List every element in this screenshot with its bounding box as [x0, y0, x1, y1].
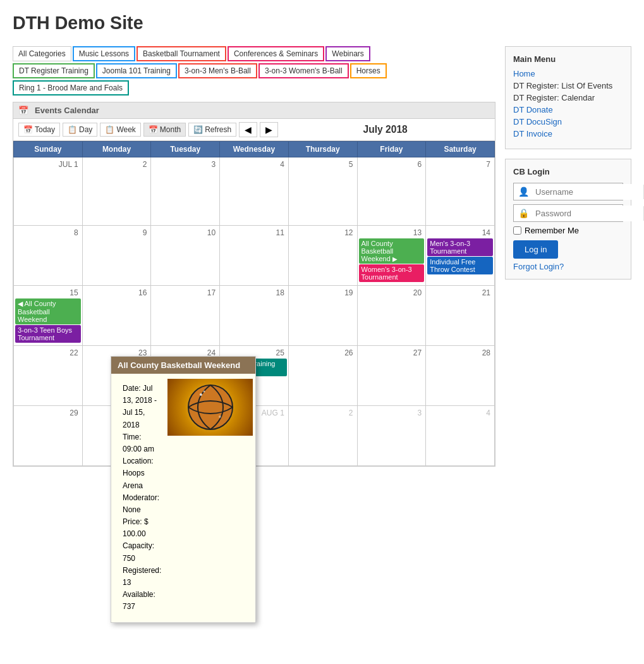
- date-num-jul14: 14: [427, 227, 493, 238]
- cat-all-categories[interactable]: All Categories: [13, 46, 71, 61]
- date-num-jul7: 7: [427, 159, 493, 170]
- day-jul1: JUL 1: [14, 157, 83, 226]
- week-icon: 📋: [105, 125, 114, 134]
- tooltip-capacity: Capacity: 750: [123, 540, 161, 564]
- remember-me-checkbox[interactable]: [513, 226, 521, 235]
- calendar-toolbar: 📅 Today 📋 Day 📋 Week 📅 Month: [13, 119, 495, 141]
- prev-month-button[interactable]: ◀: [239, 122, 257, 137]
- category-row-1: All Categories Music Lessons Basketball …: [13, 46, 495, 61]
- header-sunday: Sunday: [14, 142, 83, 157]
- event-womens-3on3[interactable]: Women's 3-on-3 Tournament: [359, 264, 425, 282]
- event-tooltip: All County Basketball Weekend Date: Jul …: [111, 356, 256, 623]
- day-jul4: 4: [220, 157, 289, 226]
- tooltip-date: Date: Jul 13, 2018 - Jul 15, 2018: [123, 383, 161, 431]
- header-monday: Monday: [82, 142, 151, 157]
- tooltip-title: All County Basketball Weekend: [111, 357, 255, 374]
- cat-basketball-tournament[interactable]: Basketball Tournament: [137, 46, 226, 61]
- cat-horses[interactable]: Horses: [350, 63, 387, 78]
- svg-point-3: [203, 391, 205, 393]
- date-num-jul1: JUL 1: [15, 159, 81, 170]
- cat-music-lessons[interactable]: Music Lessons: [73, 46, 135, 61]
- date-num-jul27: 27: [359, 347, 425, 359]
- svg-point-2: [200, 393, 202, 396]
- category-filters: All Categories Music Lessons Basketball …: [13, 46, 495, 95]
- today-label: Today: [35, 125, 55, 134]
- week-row-2: 8 9 10 11 12: [14, 226, 495, 286]
- tooltip-registered: Registered: 13: [123, 565, 161, 589]
- menu-home[interactable]: Home: [513, 69, 623, 78]
- day-jul8: 8: [14, 226, 83, 286]
- day-jul19: 19: [288, 286, 357, 346]
- date-num-jul9: 9: [84, 227, 150, 238]
- calendar-icon: 📅: [18, 106, 28, 115]
- cat-ring-brood-mare[interactable]: Ring 1 - Brood Mare and Foals: [13, 80, 129, 95]
- day-jul5: 5: [288, 157, 357, 226]
- day-jul15: 15 ◀ All County Basketball Weekend 3-on-…: [14, 286, 83, 346]
- today-button[interactable]: 📅 Today: [18, 123, 60, 137]
- date-num-jul8: 8: [15, 227, 81, 238]
- week-row-3: 15 ◀ All County Basketball Weekend 3-on-…: [14, 286, 495, 346]
- day-jul3: 3: [151, 157, 220, 226]
- date-num-jul3: 3: [152, 159, 218, 170]
- day-jul29: 29: [14, 406, 83, 466]
- basketball-graphic: [185, 382, 236, 433]
- date-num-jul5: 5: [290, 159, 356, 170]
- event-3on3-teen-boys[interactable]: 3-on-3 Teen Boys Tournament: [15, 325, 81, 343]
- event-all-county-basketball[interactable]: All County Basketball Weekend ▶: [359, 238, 425, 264]
- cat-joomla-training[interactable]: Joomla 101 Training: [96, 63, 177, 78]
- category-row-2: DT Register Training Joomla 101 Training…: [13, 63, 495, 78]
- date-num-jul22: 22: [15, 347, 81, 359]
- main-content: All Categories Music Lessons Basketball …: [13, 46, 495, 467]
- header-thursday: Thursday: [288, 142, 357, 157]
- day-jul12: 12: [288, 226, 357, 286]
- header-wednesday: Wednesday: [220, 142, 289, 157]
- lock-icon: 🔒: [514, 205, 533, 221]
- username-input[interactable]: [533, 184, 643, 200]
- password-input[interactable]: [533, 206, 643, 221]
- cat-webinars[interactable]: Webinars: [325, 46, 370, 61]
- menu-dt-donate[interactable]: DT Donate: [513, 105, 623, 114]
- tooltip-body: Date: Jul 13, 2018 - Jul 15, 2018 Time: …: [116, 379, 167, 617]
- day-button[interactable]: 📋 Day: [63, 123, 97, 137]
- refresh-button[interactable]: 🔄 Refresh: [188, 123, 236, 137]
- day-label: Day: [79, 125, 92, 134]
- next-month-button[interactable]: ▶: [260, 122, 278, 137]
- date-num-jul17: 17: [152, 287, 218, 298]
- day-jul7: 7: [426, 157, 495, 226]
- refresh-icon: 🔄: [193, 125, 203, 134]
- date-num-jul29: 29: [15, 407, 81, 419]
- day-jul18: 18: [220, 286, 289, 346]
- week-button[interactable]: 📋 Week: [100, 123, 140, 137]
- login-button[interactable]: Log in: [513, 240, 558, 259]
- menu-dt-docusign[interactable]: DT DocuSign: [513, 117, 623, 126]
- day-aug2: 2: [288, 406, 357, 466]
- cat-3on3-womens[interactable]: 3-on-3 Women's B-Ball: [258, 63, 349, 78]
- tooltip-time: Time: 09:00 am: [123, 431, 161, 455]
- week-row-1: JUL 1 2 3 4: [14, 157, 495, 226]
- forgot-login-link[interactable]: Forgot Login?: [513, 262, 623, 271]
- cat-3on3-mens[interactable]: 3-on-3 Men's B-Ball: [178, 63, 257, 78]
- day-jul22: 22: [14, 346, 83, 406]
- calendar-header-label: Events Calendar: [35, 106, 99, 115]
- day-aug3: 3: [357, 406, 426, 466]
- event-mens-3on3[interactable]: Men's 3-on-3 Tournament: [427, 238, 493, 256]
- day-jul28: 28: [426, 346, 495, 406]
- remember-me-label: Remember Me: [525, 226, 579, 235]
- header-tuesday: Tuesday: [151, 142, 220, 157]
- event-all-county-basketball-15[interactable]: ◀ All County Basketball Weekend: [15, 298, 81, 324]
- tooltip-image: [167, 379, 253, 436]
- day-jul9: 9: [82, 226, 151, 286]
- cat-conferences-seminars[interactable]: Conferences & Seminars: [228, 46, 324, 61]
- menu-dt-list: DT Register: List Of Events: [513, 81, 623, 90]
- day-jul11: 11: [220, 226, 289, 286]
- date-num-jul6: 6: [359, 159, 425, 170]
- day-jul27: 27: [357, 346, 426, 406]
- month-button[interactable]: 📅 Month: [143, 123, 186, 137]
- main-menu-title: Main Menu: [513, 54, 623, 64]
- event-free-throw[interactable]: Individual Free Throw Contest: [427, 257, 493, 274]
- tooltip-location: Location: Hoops Arena: [123, 455, 161, 492]
- menu-dt-invoice[interactable]: DT Invoice: [513, 129, 623, 138]
- tooltip-price: Price: $ 100.00: [123, 516, 161, 540]
- calendar-header-bar: 📅 Events Calendar: [13, 102, 495, 119]
- cat-dt-register-training[interactable]: DT Register Training: [13, 63, 95, 78]
